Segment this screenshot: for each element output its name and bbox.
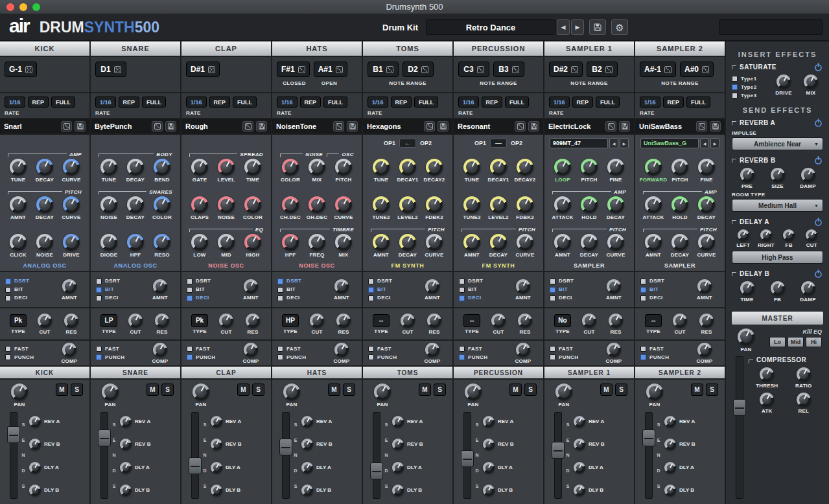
- minimize-button[interactable]: [19, 3, 27, 11]
- randomize-button[interactable]: [333, 121, 344, 132]
- dist-option[interactable]: BIT: [640, 287, 687, 293]
- fast-option[interactable]: FAST: [368, 346, 415, 352]
- prev-kit-button[interactable]: ◀: [557, 19, 570, 35]
- kit-name-display[interactable]: Retro Dance: [426, 19, 555, 35]
- filter-res-knob[interactable]: [699, 314, 714, 328]
- filter-res-knob[interactable]: [246, 314, 260, 328]
- solo-button[interactable]: S: [615, 384, 627, 396]
- repeat-button[interactable]: REP: [391, 97, 412, 108]
- send-knob-dly-b[interactable]: [211, 485, 222, 496]
- solo-button[interactable]: S: [524, 384, 537, 396]
- synth-knob[interactable]: [36, 159, 53, 176]
- randomize-button[interactable]: [605, 121, 616, 132]
- checkbox[interactable]: [732, 76, 738, 82]
- note-high-button[interactable]: B3: [493, 62, 524, 77]
- pan-knob[interactable]: [11, 384, 28, 400]
- punch-option[interactable]: PUNCH: [96, 354, 143, 360]
- send-knob-rev-a[interactable]: [392, 416, 404, 428]
- synth-knob[interactable]: [645, 196, 662, 213]
- rate-value-button[interactable]: 1/16: [549, 97, 570, 108]
- synth-knob[interactable]: [154, 196, 170, 213]
- synth-knob[interactable]: [218, 234, 235, 251]
- note-button-closed[interactable]: F#1: [277, 62, 310, 77]
- mix-knob[interactable]: [804, 74, 818, 89]
- dist-amount-knob[interactable]: [425, 279, 439, 293]
- checkbox[interactable]: [96, 346, 102, 352]
- solo-button[interactable]: S: [434, 384, 446, 396]
- synth-knob[interactable]: [426, 196, 443, 213]
- synth-knob[interactable]: [490, 196, 507, 213]
- dist-option[interactable]: DECI: [640, 295, 687, 301]
- synth-knob[interactable]: [282, 196, 299, 213]
- next-sample-button[interactable]: ▶: [710, 138, 719, 148]
- fast-option[interactable]: FAST: [5, 346, 52, 352]
- preset-name[interactable]: UniSawBass: [639, 122, 694, 130]
- comp-knob[interactable]: [153, 343, 167, 357]
- fader-handle[interactable]: [189, 457, 202, 474]
- rate-value-button[interactable]: 1/16: [186, 97, 207, 108]
- punch-option[interactable]: PUNCH: [277, 354, 324, 360]
- delay-left-knob[interactable]: [738, 229, 749, 241]
- dist-amount-knob[interactable]: [153, 279, 167, 293]
- send-knob-dly-a[interactable]: [301, 462, 313, 474]
- mute-button[interactable]: M: [328, 384, 340, 396]
- synth-knob[interactable]: [581, 196, 598, 213]
- volume-fader[interactable]: [645, 412, 653, 499]
- pre-knob[interactable]: [740, 168, 754, 182]
- send-knob-rev-b[interactable]: [29, 439, 41, 450]
- save-preset-button[interactable]: [619, 121, 630, 132]
- filter-cutoff-knob[interactable]: [401, 314, 415, 328]
- delay-filter-dropdown[interactable]: High Pass: [732, 251, 823, 264]
- synth-knob[interactable]: [63, 234, 80, 251]
- master-pan-knob[interactable]: [738, 328, 754, 345]
- send-knob-dly-b[interactable]: [483, 485, 495, 496]
- synth-knob[interactable]: [127, 159, 144, 176]
- dist-option[interactable]: DSRT: [640, 279, 687, 284]
- mute-button[interactable]: M: [691, 384, 703, 396]
- dist-option[interactable]: DSRT: [96, 279, 143, 284]
- mute-button[interactable]: M: [56, 384, 68, 396]
- volume-fader[interactable]: [100, 412, 108, 499]
- dist-option[interactable]: BIT: [368, 287, 415, 293]
- checkbox[interactable]: [187, 295, 193, 301]
- checkbox[interactable]: [187, 279, 193, 284]
- send-knob-rev-a[interactable]: [574, 416, 585, 428]
- synth-knob[interactable]: [490, 234, 507, 251]
- repeat-button[interactable]: REP: [28, 97, 49, 108]
- send-knob-rev-a[interactable]: [211, 416, 222, 428]
- dist-option[interactable]: DSRT: [368, 279, 415, 284]
- pan-knob[interactable]: [193, 384, 209, 400]
- full-button[interactable]: FULL: [686, 97, 710, 108]
- checkbox[interactable]: [550, 354, 555, 360]
- checkbox[interactable]: [640, 295, 646, 301]
- send-knob-dly-b[interactable]: [120, 485, 132, 496]
- volume-fader[interactable]: [282, 412, 290, 499]
- delay-cut-knob[interactable]: [806, 229, 817, 241]
- checkbox[interactable]: [96, 279, 102, 284]
- save-preset-button[interactable]: [75, 121, 86, 132]
- dist-option[interactable]: DECI: [550, 295, 596, 301]
- randomize-button[interactable]: [242, 121, 253, 132]
- checkbox[interactable]: [5, 295, 11, 301]
- synth-knob[interactable]: [698, 196, 715, 213]
- synth-knob[interactable]: [463, 234, 480, 251]
- mute-button[interactable]: M: [146, 384, 159, 396]
- note-button[interactable]: G-1: [5, 62, 37, 77]
- rate-value-button[interactable]: 1/16: [368, 97, 388, 108]
- synth-knob[interactable]: [373, 159, 390, 176]
- send-knob-dly-b[interactable]: [574, 485, 585, 496]
- repeat-button[interactable]: REP: [300, 97, 321, 108]
- full-button[interactable]: FULL: [51, 97, 75, 108]
- checkbox[interactable]: [96, 287, 102, 293]
- send-knob-rev-b[interactable]: [120, 439, 132, 450]
- synth-knob[interactable]: [607, 234, 624, 251]
- checkbox[interactable]: [277, 287, 283, 293]
- impulse-dropdown[interactable]: Ambience Near▼: [732, 137, 823, 150]
- punch-option[interactable]: PUNCH: [550, 354, 596, 360]
- punch-option[interactable]: PUNCH: [5, 354, 52, 360]
- send-knob-rev-b[interactable]: [664, 439, 676, 450]
- synth-knob[interactable]: [399, 196, 416, 213]
- dist-option[interactable]: DECI: [368, 295, 415, 301]
- synth-knob[interactable]: [399, 234, 416, 251]
- volume-fader[interactable]: [10, 412, 18, 499]
